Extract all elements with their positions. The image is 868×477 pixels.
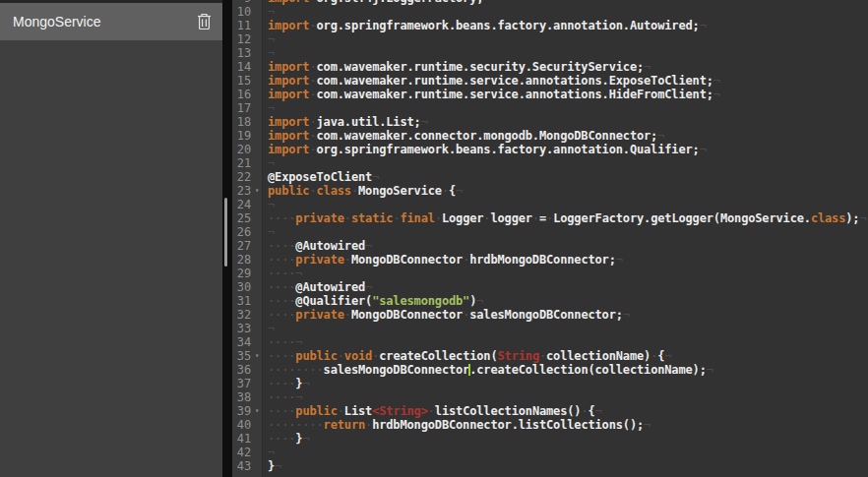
eol-marker: ¬: [456, 184, 463, 198]
eol-marker: ¬: [664, 349, 671, 363]
code-line[interactable]: 21¬: [232, 156, 868, 170]
code-token: MongoService: [358, 184, 442, 198]
line-number[interactable]: 13: [232, 46, 251, 60]
code-line[interactable]: 32····private·MongoDBConnector·salesMong…: [232, 308, 868, 322]
code-line[interactable]: 19import·com.wavemaker.connector.mongodb…: [232, 129, 868, 143]
code-line[interactable]: 39▾····public·List<String>·listCollectio…: [232, 404, 868, 418]
line-number[interactable]: 10: [232, 5, 251, 19]
whitespace-dots: ·: [539, 349, 546, 363]
code-line[interactable]: 38····¬: [232, 390, 868, 404]
line-number[interactable]: 37: [232, 377, 251, 390]
line-number[interactable]: 38: [232, 390, 251, 404]
code-line[interactable]: 33¬: [232, 322, 868, 335]
code-line[interactable]: 23▾public·class·MongoService·{¬: [232, 184, 868, 198]
code-line[interactable]: 24¬: [232, 198, 868, 211]
code-line[interactable]: 26¬: [232, 225, 868, 239]
line-number[interactable]: 36: [232, 363, 251, 377]
line-number[interactable]: 27: [232, 239, 251, 253]
line-number[interactable]: 35: [232, 349, 251, 363]
code-line-text: ¬: [263, 5, 275, 19]
code-line[interactable]: 18import·java.util.List;¬: [232, 115, 868, 129]
eol-marker: ¬: [268, 446, 275, 459]
fold-arrow-icon[interactable]: ▾: [251, 349, 263, 363]
line-number[interactable]: 30: [232, 280, 251, 294]
fold-gutter-space: [251, 101, 263, 115]
line-number[interactable]: 21: [232, 156, 251, 170]
code-line[interactable]: 20import·org.springframework.beans.facto…: [232, 143, 868, 156]
code-line[interactable]: 29····¬: [232, 267, 868, 280]
code-line-text: ¬: [263, 46, 275, 60]
fold-gutter-space: [251, 198, 263, 211]
code-line[interactable]: 27····@Autowired¬: [232, 239, 868, 253]
code-line[interactable]: 31····@Qualifier("salesmongodb")¬: [232, 294, 868, 308]
code-token: );: [845, 211, 859, 225]
sidebar-item-mongoservice[interactable]: MongoService: [0, 3, 222, 40]
code-line[interactable]: 16import·com.wavemaker.runtime.service.a…: [232, 88, 868, 101]
line-number[interactable]: 22: [232, 170, 251, 184]
code-line[interactable]: 12¬: [232, 32, 868, 46]
code-line[interactable]: 15import·com.wavemaker.runtime.service.a…: [232, 74, 868, 88]
code-line[interactable]: 34····¬: [232, 335, 868, 349]
line-number[interactable]: 41: [232, 432, 251, 446]
line-number[interactable]: 42: [232, 446, 251, 459]
code-line[interactable]: 10¬: [232, 5, 868, 19]
line-number[interactable]: 19: [232, 129, 251, 143]
line-number[interactable]: 20: [232, 143, 251, 156]
code-line-text: ¬: [263, 32, 275, 46]
code-token: org.springframework.beans.factory.annota…: [317, 19, 700, 32]
line-number[interactable]: 34: [232, 335, 251, 349]
line-number[interactable]: 40: [232, 418, 251, 432]
code-line[interactable]: 25····private·static·final·Logger·logger…: [232, 211, 868, 225]
line-number[interactable]: 15: [232, 74, 251, 88]
code-line[interactable]: 42¬: [232, 446, 868, 459]
line-number[interactable]: 17: [232, 101, 251, 115]
fold-gutter-space: [251, 418, 263, 432]
code-line[interactable]: 13¬: [232, 46, 868, 60]
code-line-text: ····private·static·final·Logger·logger·=…: [263, 211, 867, 225]
line-number[interactable]: 31: [232, 294, 251, 308]
line-number[interactable]: 23: [232, 184, 251, 198]
eol-marker: ¬: [644, 418, 651, 432]
line-number[interactable]: 25: [232, 211, 251, 225]
code-line[interactable]: 37····}¬: [232, 377, 868, 390]
code-token: public: [295, 349, 337, 363]
eol-marker: ¬: [268, 5, 275, 19]
line-number[interactable]: 33: [232, 322, 251, 335]
line-number[interactable]: 29: [232, 267, 251, 280]
line-number[interactable]: 28: [232, 253, 251, 267]
code-line[interactable]: 43}¬: [232, 459, 868, 473]
code-line[interactable]: 11import·org.springframework.beans.facto…: [232, 19, 868, 32]
eol-marker: ¬: [295, 267, 302, 280]
line-number[interactable]: 32: [232, 308, 251, 322]
code-line[interactable]: 22@ExposeToClient¬: [232, 170, 868, 184]
sidebar-splitter-scrollbar[interactable]: [222, 0, 232, 477]
line-number[interactable]: 16: [232, 88, 251, 101]
code-line[interactable]: 17¬: [232, 101, 868, 115]
line-number[interactable]: 39: [232, 404, 251, 418]
fold-arrow-icon[interactable]: ▾: [251, 184, 263, 198]
line-number[interactable]: 14: [232, 60, 251, 74]
code-line-text: ····@Autowired¬: [263, 239, 372, 253]
code-line[interactable]: 41····}¬: [232, 432, 868, 446]
code-token: private: [295, 308, 344, 322]
code-token: com.wavemaker.runtime.security.SecurityS…: [317, 60, 645, 74]
line-number[interactable]: 12: [232, 32, 251, 46]
code-line[interactable]: 14import·com.wavemaker.runtime.security.…: [232, 60, 868, 74]
code-token: createCollection(: [379, 349, 497, 363]
delete-service-button[interactable]: [191, 9, 217, 34]
code-line[interactable]: 30····@Autowired¬: [232, 280, 868, 294]
line-number[interactable]: 26: [232, 225, 251, 239]
code-line[interactable]: 35▾····public·void·createCollection(Stri…: [232, 349, 868, 363]
line-number[interactable]: 11: [232, 19, 251, 32]
code-line[interactable]: 40········return·hrdbMongoDBConnector.li…: [232, 418, 868, 432]
line-number[interactable]: 18: [232, 115, 251, 129]
code-token: import: [268, 129, 309, 143]
trash-icon: [197, 13, 212, 30]
code-line[interactable]: 36········salesMongoDBConnector.createCo…: [232, 363, 868, 377]
line-number[interactable]: 43: [232, 459, 251, 473]
code-line[interactable]: 28····private·MongoDBConnector·hrdbMongo…: [232, 253, 868, 267]
scrollbar-thumb[interactable]: [224, 198, 227, 267]
line-number[interactable]: 24: [232, 198, 251, 211]
fold-arrow-icon[interactable]: ▾: [251, 404, 263, 418]
code-editor[interactable]: 9import·org.slf4j.LoggerFactory;¬10¬11im…: [232, 0, 868, 477]
